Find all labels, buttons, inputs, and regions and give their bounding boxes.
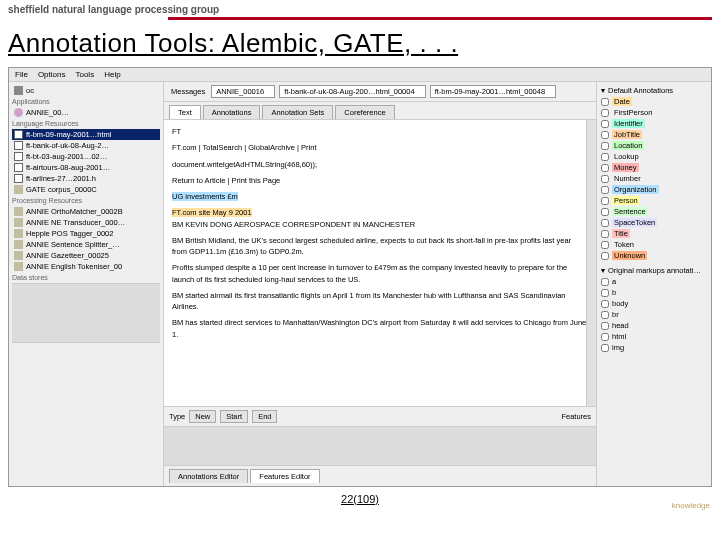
- annotation-checkbox[interactable]: [601, 142, 609, 150]
- section-proc: Processing Resources: [12, 197, 160, 204]
- tree-item[interactable]: ft-bank-of-uk-08-Aug-2…: [12, 140, 160, 151]
- tab-annotations-editor[interactable]: Annotations Editor: [169, 469, 248, 483]
- resource-tab[interactable]: ft-bank-of-uk-08-Aug-200…html_00004: [279, 85, 426, 98]
- annotation-checkbox[interactable]: [601, 230, 609, 238]
- markup-checkbox[interactable]: [601, 322, 609, 330]
- annotation-type-label: FirstPerson: [612, 108, 654, 117]
- scrollbar[interactable]: [586, 120, 596, 406]
- tree-item[interactable]: ANNIE Gazetteer_00025: [12, 250, 160, 261]
- features-label: Features: [561, 412, 591, 421]
- annotation-set-header[interactable]: ▾ Default Annotations: [600, 85, 708, 96]
- markup-item[interactable]: b: [600, 287, 708, 298]
- annotation-type-item[interactable]: Lookup: [600, 151, 708, 162]
- annotation-type-item[interactable]: Token: [600, 239, 708, 250]
- menubar: File Options Tools Help: [9, 68, 711, 82]
- markup-item[interactable]: head: [600, 320, 708, 331]
- markup-label: br: [612, 310, 619, 319]
- menu-file[interactable]: File: [15, 70, 28, 79]
- tab-coreference[interactable]: Coreference: [335, 105, 394, 119]
- annotation-checkbox[interactable]: [601, 109, 609, 117]
- annotation-type-item[interactable]: Organization: [600, 184, 708, 195]
- doc-line: FT.com site May 9 2001BM KEVIN DONG AERO…: [172, 207, 588, 230]
- resource-tab[interactable]: ft-bm-09-may-2001…html_00048: [430, 85, 556, 98]
- annotation-checkbox[interactable]: [601, 131, 609, 139]
- markup-label: body: [612, 299, 628, 308]
- annotation-type-item[interactable]: FirstPerson: [600, 107, 708, 118]
- markup-checkbox[interactable]: [601, 311, 609, 319]
- annotation-type-item[interactable]: SpaceToken: [600, 217, 708, 228]
- new-button[interactable]: New: [189, 410, 216, 423]
- document-text-area[interactable]: FT FT.com | TotalSearch | GlobalArchive …: [164, 120, 596, 406]
- annotation-type-label: Identifier: [612, 119, 645, 128]
- resource-tab[interactable]: ANNIE_00016: [211, 85, 275, 98]
- tab-text[interactable]: Text: [169, 105, 201, 119]
- annotation-type-item[interactable]: Location: [600, 140, 708, 151]
- annotation-type-item[interactable]: Title: [600, 228, 708, 239]
- annotation-checkbox[interactable]: [601, 219, 609, 227]
- annotation-type-item[interactable]: Number: [600, 173, 708, 184]
- annotation-checkbox[interactable]: [601, 98, 609, 106]
- proc-icon: [14, 251, 23, 260]
- markup-checkbox[interactable]: [601, 300, 609, 308]
- end-button[interactable]: End: [252, 410, 277, 423]
- tree-item[interactable]: ft-airtours-08-aug-2001…: [12, 162, 160, 173]
- annotation-checkbox[interactable]: [601, 186, 609, 194]
- annotation-checkbox[interactable]: [601, 175, 609, 183]
- tree-item[interactable]: ANNIE English Tokeniser_00: [12, 261, 160, 272]
- tree-item[interactable]: ft-bm-09-may-2001…html: [12, 129, 160, 140]
- tree-item[interactable]: ANNIE NE Transducer_000…: [12, 217, 160, 228]
- messages-label[interactable]: Messages: [169, 87, 207, 96]
- annotation-type-item[interactable]: Date: [600, 96, 708, 107]
- menu-options[interactable]: Options: [38, 70, 66, 79]
- annotation-checkbox[interactable]: [601, 164, 609, 172]
- annotation-type-label: Sentence: [612, 207, 648, 216]
- tree-item[interactable]: ft-arlines-27…2001.h: [12, 173, 160, 184]
- properties-area: [12, 283, 160, 343]
- markup-checkbox[interactable]: [601, 278, 609, 286]
- annotation-type-label: Number: [612, 174, 643, 183]
- markup-checkbox[interactable]: [601, 344, 609, 352]
- markup-checkbox[interactable]: [601, 289, 609, 297]
- annotation-type-label: Date: [612, 97, 632, 106]
- tab-annotations[interactable]: Annotations: [203, 105, 261, 119]
- annotation-checkbox[interactable]: [601, 241, 609, 249]
- markup-checkbox[interactable]: [601, 333, 609, 341]
- tree-root[interactable]: oc: [12, 85, 160, 96]
- start-button[interactable]: Start: [220, 410, 248, 423]
- annotation-checkbox[interactable]: [601, 120, 609, 128]
- annotation-type-item[interactable]: Unknown: [600, 250, 708, 261]
- doc-line: BM started airmail its first transatlant…: [172, 290, 588, 313]
- annotation-checkbox[interactable]: [601, 197, 609, 205]
- annotation-type-item[interactable]: Person: [600, 195, 708, 206]
- annotation-type-item[interactable]: Identifier: [600, 118, 708, 129]
- annotation-set-header[interactable]: ▾ Original markups annotati…: [600, 265, 708, 276]
- markup-item[interactable]: img: [600, 342, 708, 353]
- corpus-icon: [14, 185, 23, 194]
- menu-tools[interactable]: Tools: [75, 70, 94, 79]
- menu-help[interactable]: Help: [104, 70, 120, 79]
- tree-item[interactable]: GATE corpus_0000C: [12, 184, 160, 195]
- annotation-checkbox[interactable]: [601, 208, 609, 216]
- tab-annotation-sets[interactable]: Annotation Sets: [262, 105, 333, 119]
- annotation-checkbox[interactable]: [601, 252, 609, 260]
- annotation-type-item[interactable]: Sentence: [600, 206, 708, 217]
- editor-tabs: Annotations Editor Features Editor: [164, 466, 596, 486]
- markup-item[interactable]: body: [600, 298, 708, 309]
- annotation-type-label: Organization: [612, 185, 659, 194]
- markup-item[interactable]: html: [600, 331, 708, 342]
- doc-line: UG investments £m: [172, 191, 588, 202]
- tree-item[interactable]: ANNIE Sentence Splitter_…: [12, 239, 160, 250]
- tab-features-editor[interactable]: Features Editor: [250, 469, 319, 483]
- markup-label: b: [612, 288, 616, 297]
- tree-item[interactable]: ANNIE OrthoMatcher_0002B: [12, 206, 160, 217]
- proc-icon: [14, 218, 23, 227]
- right-panel: ▾ Default Annotations DateFirstPersonIde…: [596, 82, 711, 486]
- tree-item[interactable]: Hepple POS Tagger_0002: [12, 228, 160, 239]
- markup-item[interactable]: br: [600, 309, 708, 320]
- tree-item[interactable]: ft-bt-03-aug-2001…02…: [12, 151, 160, 162]
- tree-item[interactable]: ANNIE_00…: [12, 107, 160, 118]
- annotation-type-item[interactable]: Money: [600, 162, 708, 173]
- markup-item[interactable]: a: [600, 276, 708, 287]
- annotation-checkbox[interactable]: [601, 153, 609, 161]
- annotation-type-item[interactable]: JobTitle: [600, 129, 708, 140]
